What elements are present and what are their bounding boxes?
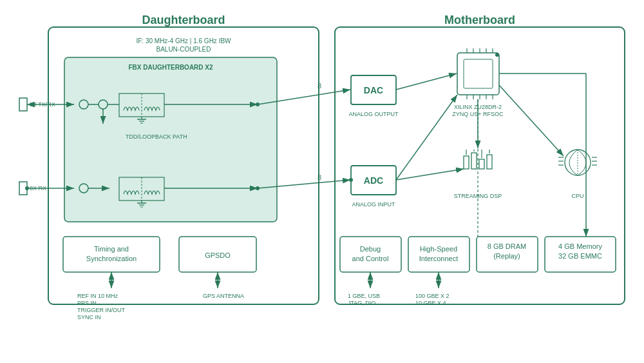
dac-label: DAC <box>364 85 383 95</box>
svg-rect-6 <box>479 159 484 169</box>
transformer-upper-left-coils <box>124 107 139 110</box>
transformer-lower-left-coils <box>124 191 139 194</box>
db-subtitle-1: IF: 30 MHz-4 GHz | 1.6 GHz IBW <box>136 37 231 44</box>
gpsdo-box <box>179 237 256 272</box>
gpsdo-label: GPSDO <box>205 251 231 259</box>
dac-to-fpga <box>396 74 457 90</box>
fpga-inner <box>464 59 493 88</box>
debug-box <box>340 237 401 272</box>
upper-path-dot <box>256 103 260 106</box>
fpga-label-2: ZYNQ US+ RFSOC <box>452 111 504 117</box>
dram-label-2: (Replay) <box>493 252 520 260</box>
main-diagram-svg: Daughterboard IF: 30 MHz-4 GHz | 1.6 GHz… <box>13 11 631 353</box>
gbe-usb-label: 1 GBE, USB <box>348 293 380 299</box>
daughterboard-title: Daughterboard <box>142 14 225 26</box>
sync-in-label: SYNC IN <box>77 314 101 320</box>
rx-label: 8X RX <box>30 185 46 191</box>
timing-label-1: Timing and <box>94 245 129 253</box>
motherboard-title: Motherboard <box>444 14 515 26</box>
ref-in-label: REF IN 10 MHz <box>77 293 118 299</box>
rx-dot <box>25 186 29 190</box>
adc-dot <box>349 178 353 182</box>
trigger-label: TRIGGER IN/OUT <box>77 307 126 313</box>
memory-box <box>545 237 616 272</box>
transformer-lower-box <box>119 177 164 201</box>
fpga-dot <box>495 53 499 57</box>
adc-box <box>351 166 396 195</box>
fbx-box <box>64 57 277 222</box>
jtag-label: JTAG, DIO <box>348 300 375 306</box>
daughterboard-border <box>48 27 319 304</box>
lower-path-to-adc <box>258 180 350 188</box>
dram-label-1: 8 GB DRAM <box>488 242 527 250</box>
pps-in-label: PPS IN <box>77 300 97 306</box>
circle-3 <box>79 184 88 193</box>
fpga-label-1: XILINX ZU28DR-2 <box>454 104 502 110</box>
tdd-label: TDD/LOOPBACK PATH <box>126 133 187 140</box>
circle-1 <box>79 100 88 109</box>
dsp-label: STREAMING DSP <box>454 193 502 199</box>
highspeed-label-1: High-Speed <box>420 245 457 253</box>
dsp-icon <box>464 150 492 169</box>
svg-rect-7 <box>487 155 492 169</box>
txrx-connector <box>19 98 27 111</box>
fpga-to-cpu <box>499 85 564 156</box>
memory-label-1: 4 GB Memory <box>558 242 602 250</box>
transformer-lower-right-coils <box>144 191 160 194</box>
gps-antenna-label: GPS ANTENNA <box>203 293 244 299</box>
arrow-8-bot: 8 <box>317 173 321 181</box>
cpu-label: CPU <box>571 193 583 199</box>
transformer-upper-box <box>119 93 164 117</box>
memory-label-2: 32 GB EMMC <box>558 252 602 260</box>
svg-rect-5 <box>471 153 477 169</box>
fpga-box <box>457 53 499 95</box>
circle-2 <box>99 100 108 109</box>
debug-label-1: Debug <box>360 245 381 253</box>
dac-sub: ANALOG OUTPUT <box>348 111 399 117</box>
debug-label-2: and Control <box>352 255 389 262</box>
10gbe-label: 10 GBE X 4 <box>415 300 446 306</box>
upper-path-to-dac <box>258 90 350 104</box>
adc-to-fpga <box>396 95 457 180</box>
fbx-title: FBX DAUGHTERBOARD X2 <box>128 64 213 71</box>
svg-rect-4 <box>464 156 469 169</box>
motherboard-border <box>335 27 625 304</box>
timing-label-2: Synchronization <box>86 255 137 262</box>
100gbe-label: 100 GBE X 2 <box>415 293 450 299</box>
db-subtitle-2: BALUN-COUPLED <box>156 46 211 53</box>
arrow-8-top: 8 <box>317 82 321 90</box>
rx-connector <box>19 182 27 195</box>
dac-box <box>351 75 396 104</box>
adc-label: ADC <box>364 175 383 186</box>
adc-to-dsp <box>396 169 464 180</box>
svg-point-12 <box>565 150 591 175</box>
highspeed-label-2: Interconnect <box>419 255 459 262</box>
cpu-icon <box>558 150 597 175</box>
dram-box <box>477 237 538 272</box>
transformer-upper-right-coils <box>144 107 160 110</box>
timing-box <box>63 237 160 272</box>
adc-sub: ANALOG INPUT <box>352 201 395 208</box>
txrx-label: 8X TX/RX <box>30 101 55 108</box>
highspeed-box <box>408 237 469 272</box>
lower-path-dot <box>256 186 260 190</box>
